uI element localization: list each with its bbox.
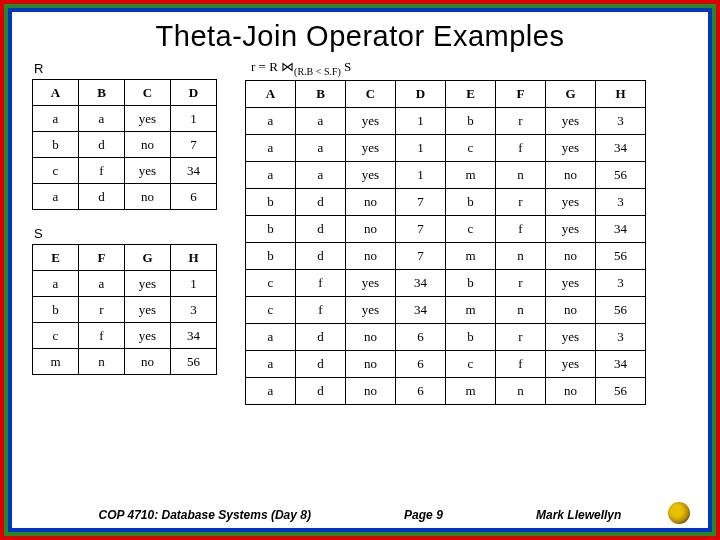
cell: 34 (171, 158, 217, 184)
cell: yes (546, 323, 596, 350)
table-row: adno6bryes3 (246, 323, 646, 350)
cell: 7 (396, 215, 446, 242)
cell: 6 (396, 323, 446, 350)
cell: a (79, 106, 125, 132)
table-row: aayes1cfyes34 (246, 134, 646, 161)
cell: 56 (171, 349, 217, 375)
footer-left: COP 4710: Database Systems (Day 8) (99, 508, 311, 522)
cell: 7 (171, 132, 217, 158)
cell: a (246, 323, 296, 350)
col-header: C (346, 80, 396, 107)
label-R: R (34, 61, 217, 76)
cell: a (246, 134, 296, 161)
cell: m (446, 242, 496, 269)
cell: r (496, 188, 546, 215)
cell: r (79, 297, 125, 323)
cell: yes (125, 297, 171, 323)
cell: f (496, 134, 546, 161)
cell: n (496, 161, 546, 188)
footer-right: Mark Llewellyn (536, 508, 621, 522)
cell: 34 (596, 350, 646, 377)
table-row: bryes3 (33, 297, 217, 323)
label-S: S (34, 226, 217, 241)
cell: yes (346, 134, 396, 161)
col-header: C (125, 80, 171, 106)
cell: d (296, 242, 346, 269)
cell: yes (546, 134, 596, 161)
cell: 34 (396, 296, 446, 323)
table-row: adno6cfyes34 (246, 350, 646, 377)
cell: c (446, 215, 496, 242)
cell: f (496, 350, 546, 377)
cell: 3 (596, 269, 646, 296)
col-header: A (246, 80, 296, 107)
cell: 7 (396, 242, 446, 269)
table-row: aayes1bryes3 (246, 107, 646, 134)
cell: 3 (171, 297, 217, 323)
cell: a (246, 107, 296, 134)
cell: a (246, 377, 296, 404)
cell: no (346, 215, 396, 242)
col-header: D (171, 80, 217, 106)
col-header: F (496, 80, 546, 107)
footer-center: Page 9 (404, 508, 443, 522)
table-row: bdno7 (33, 132, 217, 158)
table-row: bdno7bryes3 (246, 188, 646, 215)
col-header: B (79, 80, 125, 106)
cell: f (296, 296, 346, 323)
cell: d (296, 377, 346, 404)
cell: 56 (596, 377, 646, 404)
cell: 34 (596, 215, 646, 242)
cell: 34 (396, 269, 446, 296)
cell: b (246, 188, 296, 215)
table-S: EFGHaayes1bryes3cfyes34mnno56 (32, 244, 217, 375)
table-row: cfyes34 (33, 323, 217, 349)
table-row: cfyes34bryes3 (246, 269, 646, 296)
join-suffix: S (341, 59, 351, 74)
cell: c (246, 269, 296, 296)
left-column: R ABCDaayes1bdno7cfyes34adno6 S EFGHaaye… (32, 59, 217, 405)
cell: d (296, 350, 346, 377)
cell: yes (125, 271, 171, 297)
col-header: A (33, 80, 79, 106)
cell: 34 (596, 134, 646, 161)
cell: 6 (171, 184, 217, 210)
cell: yes (346, 107, 396, 134)
cell: f (79, 158, 125, 184)
table-result: ABCDEFGHaayes1bryes3aayes1cfyes34aayes1m… (245, 80, 646, 405)
cell: yes (125, 106, 171, 132)
cell: yes (346, 269, 396, 296)
cell: no (125, 349, 171, 375)
cell: 1 (171, 106, 217, 132)
cell: c (33, 323, 79, 349)
cell: m (446, 377, 496, 404)
cell: 1 (396, 107, 446, 134)
cell: 3 (596, 107, 646, 134)
cell: no (346, 188, 396, 215)
cell: yes (546, 107, 596, 134)
table-R: ABCDaayes1bdno7cfyes34adno6 (32, 79, 217, 210)
slide-mid-border: Theta-Join Operator Examples R ABCDaayes… (4, 4, 716, 536)
cell: a (296, 107, 346, 134)
col-header: F (79, 245, 125, 271)
cell: no (346, 323, 396, 350)
cell: no (546, 296, 596, 323)
col-header: G (546, 80, 596, 107)
col-header: D (396, 80, 446, 107)
cell: 56 (596, 242, 646, 269)
table-row: adno6mnno56 (246, 377, 646, 404)
slide-inner-border: Theta-Join Operator Examples R ABCDaayes… (8, 8, 712, 532)
col-header: B (296, 80, 346, 107)
cell: a (246, 350, 296, 377)
slide-footer: COP 4710: Database Systems (Day 8) Page … (12, 508, 708, 522)
cell: d (79, 132, 125, 158)
table-row: adno6 (33, 184, 217, 210)
cell: c (446, 134, 496, 161)
cell: 3 (596, 188, 646, 215)
cell: n (496, 377, 546, 404)
cell: 3 (596, 323, 646, 350)
cell: m (446, 296, 496, 323)
cell: c (446, 350, 496, 377)
cell: a (246, 161, 296, 188)
cell: b (446, 269, 496, 296)
